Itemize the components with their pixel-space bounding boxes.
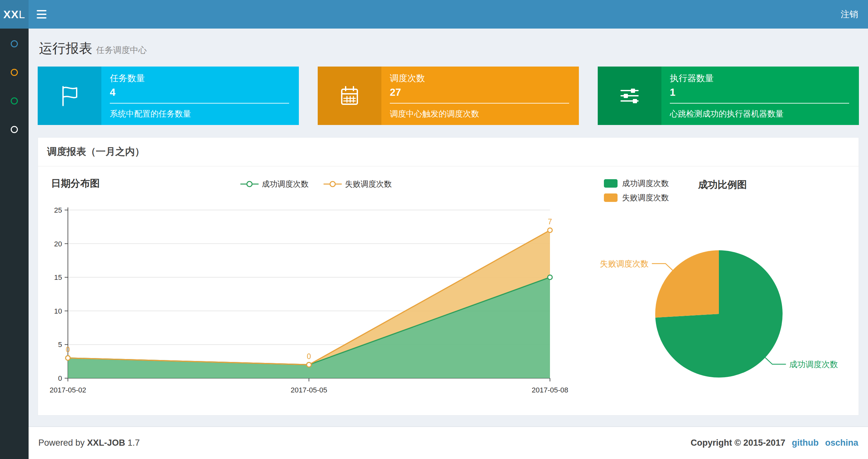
line-chart-header: 日期分布图 成功调度次数 <box>43 173 589 196</box>
jobs-count-box[interactable]: 任务数量 4 系统中配置的任务数量 <box>38 67 299 125</box>
success-ratio-section: 成功调度次数 失败调度次数 成功比例图 成功调度次数失败调度次数 <box>589 173 854 405</box>
panel-body: 日期分布图 成功调度次数 <box>38 166 859 415</box>
logo-text-light: L <box>19 8 25 21</box>
sidebar-toggle-button[interactable] <box>29 0 55 29</box>
panel-title: 调度报表（一月之内） <box>38 138 859 166</box>
hamburger-icon <box>37 17 46 19</box>
pie-chart-legend: 成功调度次数 失败调度次数 <box>604 178 669 203</box>
powered-prefix: Powered by <box>38 438 85 448</box>
sidebar-item-icon[interactable] <box>11 126 18 133</box>
legend-item-fail[interactable]: 失败调度次数 <box>604 193 669 203</box>
logout-link[interactable]: 注销 <box>841 8 858 20</box>
svg-text:10: 10 <box>54 307 62 315</box>
legend-label: 失败调度次数 <box>345 179 392 189</box>
legend-swatch <box>604 194 618 202</box>
app-logo[interactable]: XXL <box>0 0 29 29</box>
legend-item-success[interactable]: 成功调度次数 <box>240 179 309 189</box>
hamburger-icon <box>37 10 46 11</box>
executor-count-box[interactable]: 执行器数量 1 心跳检测成功的执行器机器数量 <box>598 67 859 125</box>
trigger-count-box[interactable]: 调度次数 27 调度中心触发的调度次数 <box>318 67 579 125</box>
jobs-count-content: 任务数量 4 系统中配置的任务数量 <box>101 67 299 125</box>
trigger-count-label: 调度次数 <box>390 72 569 84</box>
schedule-report-panel: 调度报表（一月之内） 日期分布图 成功调度次数 <box>38 137 859 416</box>
svg-text:成功调度次数: 成功调度次数 <box>789 360 838 369</box>
navbar-main: 注销 <box>29 0 868 29</box>
brand-version: 1.7 <box>128 438 140 448</box>
success-ratio-pie-chart[interactable]: 成功调度次数失败调度次数 <box>589 200 842 395</box>
jobs-count-value: 4 <box>110 87 289 98</box>
powered-by: Powered by XXL-JOB 1.7 <box>38 438 140 448</box>
brand-name: XXL-JOB <box>87 438 125 448</box>
footer: Powered by XXL-JOB 1.7 Copyright © 2015-… <box>29 427 868 459</box>
line-circle-icon <box>240 180 258 188</box>
legend-swatch <box>604 179 618 188</box>
logo-text-bold: XX <box>3 8 19 21</box>
oschina-link[interactable]: oschina <box>825 438 858 448</box>
sidebar-item-icon[interactable] <box>11 97 18 104</box>
svg-text:2017-05-02: 2017-05-02 <box>50 386 86 394</box>
trigger-count-content: 调度次数 27 调度中心触发的调度次数 <box>381 67 579 125</box>
legend-item-success[interactable]: 成功调度次数 <box>604 178 669 189</box>
flag-icon <box>38 67 101 125</box>
svg-text:5: 5 <box>58 340 62 349</box>
divider <box>670 103 849 103</box>
svg-text:失败调度次数: 失败调度次数 <box>600 259 649 268</box>
svg-text:15: 15 <box>54 273 62 282</box>
executor-count-value: 1 <box>670 87 849 98</box>
jobs-count-desc: 系统中配置的任务数量 <box>110 108 289 119</box>
svg-text:25: 25 <box>54 206 62 214</box>
line-chart-legend: 成功调度次数 失败调度次数 <box>43 179 589 189</box>
jobs-count-label: 任务数量 <box>110 72 289 84</box>
content-area: 运行报表任务调度中心 任务数量 4 系统中配置的任务数量 <box>29 0 868 416</box>
hamburger-icon <box>37 13 46 15</box>
svg-text:20: 20 <box>54 240 62 248</box>
legend-label: 失败调度次数 <box>622 193 669 203</box>
line-circle-icon <box>323 180 342 188</box>
legend-item-fail[interactable]: 失败调度次数 <box>323 179 392 189</box>
executor-count-label: 执行器数量 <box>670 72 849 84</box>
summary-boxes: 任务数量 4 系统中配置的任务数量 <box>38 67 859 125</box>
page-title: 运行报表 <box>39 41 92 56</box>
divider <box>390 103 569 103</box>
svg-text:2017-05-08: 2017-05-08 <box>532 386 568 394</box>
sidebar <box>0 29 29 459</box>
svg-text:0: 0 <box>307 352 311 361</box>
page-header: 运行报表任务调度中心 <box>39 40 860 58</box>
sliders-icon <box>598 67 661 125</box>
svg-text:2017-05-05: 2017-05-05 <box>291 386 328 394</box>
sidebar-item-icon[interactable] <box>11 69 18 76</box>
legend-label: 成功调度次数 <box>622 178 669 189</box>
copyright-text: Copyright © 2015-2017 <box>691 438 785 448</box>
svg-text:0: 0 <box>58 374 62 383</box>
trigger-count-value: 27 <box>390 87 569 98</box>
calendar-icon <box>318 67 381 125</box>
date-distribution-section: 日期分布图 成功调度次数 <box>43 173 589 405</box>
page-subtitle: 任务调度中心 <box>96 45 147 55</box>
date-distribution-chart[interactable]: 05101520252017-05-022017-05-052017-05-08… <box>43 196 583 404</box>
sidebar-item-icon[interactable] <box>11 40 18 47</box>
svg-text:7: 7 <box>548 218 552 226</box>
executor-count-content: 执行器数量 1 心跳检测成功的执行器机器数量 <box>661 67 859 125</box>
pie-chart-title: 成功比例图 <box>698 178 747 192</box>
svg-text:0: 0 <box>66 346 70 354</box>
top-navbar: XXL 注销 <box>0 0 868 29</box>
footer-right: Copyright © 2015-2017 github oschina <box>691 438 858 448</box>
legend-label: 成功调度次数 <box>262 179 309 189</box>
divider <box>110 103 289 103</box>
github-link[interactable]: github <box>792 438 818 448</box>
executor-count-desc: 心跳检测成功的执行器机器数量 <box>670 108 849 119</box>
trigger-count-desc: 调度中心触发的调度次数 <box>390 108 569 119</box>
